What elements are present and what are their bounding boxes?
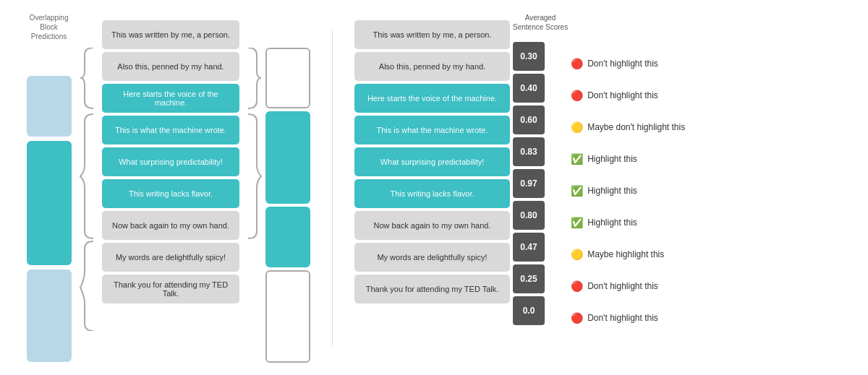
right-sentence-3: This is what the machine wrote.: [354, 116, 510, 145]
right-sentence-0: This was written by me, a person.: [354, 20, 510, 49]
left-sentence-6: Now back again to my own hand.: [102, 211, 239, 240]
left-sentences-col: This was written by me, a person.Also th…: [102, 13, 239, 306]
score-block-1: [265, 111, 310, 204]
score-block-3: [265, 270, 310, 363]
highlight-row-6: 🟡Maybe highlight this: [571, 240, 685, 269]
score-col: AveragedSentence Scores 0.300.400.600.83…: [513, 13, 568, 328]
score-box-0: 0.30: [513, 42, 545, 71]
left-block-1: [27, 141, 72, 265]
score-box-4: 0.97: [513, 169, 545, 198]
left-block-predictions-header: OverlappingBlock Predictions: [24, 13, 75, 41]
highlight-icon-7: 🔴: [571, 280, 583, 292]
score-box-5: 0.80: [513, 201, 545, 230]
right-sentence-1: Also this, penned by my hand.: [354, 52, 510, 81]
highlight-row-4: ✅Highlight this: [571, 176, 685, 205]
left-block-0: [27, 76, 72, 137]
score-box-6: 0.47: [513, 233, 545, 262]
score-block-2: [265, 207, 310, 267]
highlight-text-2: Maybe don't highlight this: [587, 122, 685, 132]
left-sentences-list: This was written by me, a person.Also th…: [102, 20, 239, 306]
left-sentence-1: Also this, penned by my hand.: [102, 52, 239, 81]
highlight-row-2: 🟡Maybe don't highlight this: [571, 113, 685, 142]
right-score-blocks: [265, 48, 310, 363]
highlight-icon-8: 🔴: [571, 312, 583, 324]
highlight-text-7: Don't highlight this: [587, 281, 658, 291]
left-sentence-5: This writing lacks flavor.: [102, 179, 239, 208]
right-diagram: This was written by me, a person.Also th…: [354, 13, 685, 335]
avg-score-header: AveragedSentence Scores: [513, 13, 568, 32]
right-sentence-8: Thank you for attending my TED Talk.: [354, 275, 510, 303]
left-sentence-4: What surprising predictability!: [102, 147, 239, 176]
highlight-list: 🔴Don't highlight this🔴Don't highlight th…: [571, 49, 685, 335]
main-container: OverlappingBlock Predictions: [0, 0, 868, 375]
highlight-row-5: ✅Highlight this: [571, 208, 685, 237]
score-box-8: 0.0: [513, 296, 545, 325]
highlight-row-3: ✅Highlight this: [571, 145, 685, 173]
left-diagram: OverlappingBlock Predictions: [22, 13, 310, 363]
highlight-icon-2: 🟡: [571, 121, 583, 133]
highlight-text-5: Highlight this: [587, 217, 637, 228]
highlight-icon-3: ✅: [571, 153, 583, 165]
right-sentence-5: This writing lacks flavor.: [354, 179, 510, 208]
right-braces: [242, 48, 263, 333]
right-sentence-7: My words are delightfully spicy!: [354, 243, 510, 272]
left-sentence-3: This is what the machine wrote.: [102, 116, 239, 145]
left-block-2: [27, 270, 72, 362]
score-box-7: 0.25: [513, 264, 545, 293]
right-sentence-2: Here starts the voice of the machine.: [354, 84, 510, 113]
highlight-row-1: 🔴Don't highlight this: [571, 81, 685, 110]
highlight-text-3: Highlight this: [587, 154, 637, 164]
highlight-text-6: Maybe highlight this: [587, 249, 664, 259]
highlight-icon-4: ✅: [571, 185, 583, 197]
left-sentence-8: Thank you for attending my TED Talk.: [102, 275, 239, 303]
highlight-icon-5: ✅: [571, 217, 583, 228]
right-sentence-4: What surprising predictability!: [354, 147, 510, 176]
right-sentence-6: Now back again to my own hand.: [354, 211, 510, 240]
highlight-icon-0: 🔴: [571, 58, 583, 69]
highlight-text-0: Don't highlight this: [587, 59, 658, 69]
score-box-1: 0.40: [513, 74, 545, 103]
left-sentence-0: This was written by me, a person.: [102, 20, 239, 49]
section-divider: [332, 29, 333, 347]
score-box-3: 0.83: [513, 137, 545, 166]
highlight-icon-6: 🟡: [571, 249, 583, 260]
highlight-text-8: Don't highlight this: [587, 313, 658, 323]
left-braces: [79, 48, 99, 331]
highlight-text-4: Highlight this: [587, 186, 637, 196]
score-block-0: [265, 48, 310, 108]
highlight-col: 🔴Don't highlight this🔴Don't highlight th…: [571, 49, 685, 335]
highlight-row-8: 🔴Don't highlight this: [571, 303, 685, 332]
left-sentence-2: Here starts the voice of the machine.: [102, 84, 239, 113]
highlight-text-1: Don't highlight this: [587, 90, 658, 100]
left-sentence-7: My words are delightfully spicy!: [102, 243, 239, 272]
score-box-2: 0.60: [513, 105, 545, 134]
highlight-icon-1: 🔴: [571, 90, 583, 101]
score-list: 0.300.400.600.830.970.800.470.250.0: [513, 42, 568, 328]
highlight-row-0: 🔴Don't highlight this: [571, 49, 685, 78]
right-sentences-list: This was written by me, a person.Also th…: [354, 20, 510, 306]
highlight-row-7: 🔴Don't highlight this: [571, 272, 685, 301]
right-sentences-col: This was written by me, a person.Also th…: [354, 13, 510, 306]
